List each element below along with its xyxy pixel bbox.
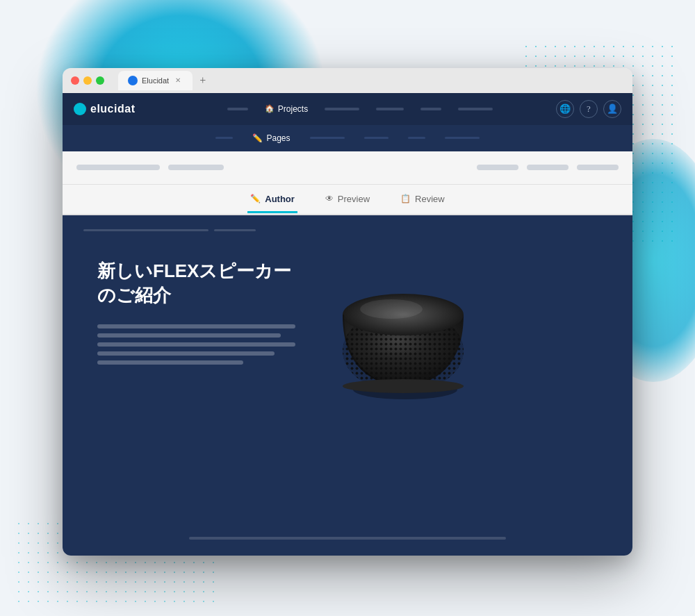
- browser-tab[interactable]: Elucidat ✕: [118, 71, 193, 90]
- toolbar-area: [63, 151, 632, 185]
- tab-author-label: Author: [265, 194, 295, 204]
- slide-image-area: [320, 259, 486, 405]
- deco-line-2: [214, 229, 256, 231]
- tab-preview[interactable]: 👁 Preview: [322, 187, 373, 213]
- slide-text: 新しいFLEXスピーカーのご紹介: [97, 259, 306, 365]
- tab-bar: Elucidat ✕ +: [118, 71, 624, 90]
- app-header: elucidat 🏠 Projects 🌐 ? 👤: [63, 93, 632, 125]
- body-line-1: [97, 324, 295, 328]
- speaker-highlight: [360, 299, 423, 319]
- nav-placeholder-1: [227, 108, 248, 110]
- content-lines-top: [63, 215, 632, 238]
- tab-favicon: [128, 76, 138, 85]
- body-line-3: [97, 342, 295, 347]
- nav-placeholder-3: [376, 108, 404, 110]
- tab-review[interactable]: 📋 Review: [398, 187, 448, 213]
- nav-projects-label: Projects: [278, 104, 308, 114]
- logo-text[interactable]: elucidat: [90, 103, 135, 115]
- projects-icon: 🏠: [265, 104, 275, 113]
- minimize-button[interactable]: [83, 76, 92, 85]
- sub-nav-item-pages[interactable]: ✏️ Pages: [252, 133, 290, 143]
- globe-icon: 🌐: [559, 103, 571, 115]
- bottom-bar: [63, 521, 632, 556]
- browser-window: Elucidat ✕ + elucidat 🏠 Projects 🌐: [63, 68, 632, 556]
- sub-header: ✏️ Pages: [63, 125, 632, 151]
- bottom-line: [189, 537, 506, 540]
- body-line-5: [97, 360, 243, 365]
- review-icon: 📋: [400, 194, 411, 203]
- tab-author[interactable]: ✏️ Author: [247, 187, 297, 213]
- sub-nav-ph-4: [408, 137, 425, 139]
- sub-nav-ph-2: [310, 137, 345, 139]
- pages-icon: ✏️: [252, 133, 263, 143]
- maximize-button[interactable]: [96, 76, 104, 85]
- body-line-4: [97, 351, 275, 356]
- nav-placeholder-5: [458, 108, 493, 110]
- help-button[interactable]: ?: [580, 100, 598, 118]
- nav-placeholder-4: [420, 108, 441, 110]
- preview-icon: 👁: [325, 194, 334, 203]
- sub-nav-ph-5: [445, 137, 480, 139]
- toolbar-right: [477, 165, 619, 170]
- slide-title: 新しいFLEXスピーカーのご紹介: [97, 259, 306, 308]
- main-nav: 🏠 Projects: [164, 104, 556, 114]
- toolbar-right-ph-1: [477, 165, 518, 170]
- tab-preview-label: Preview: [338, 194, 370, 204]
- close-button[interactable]: [71, 76, 79, 85]
- slide-content: 新しいFLEXスピーカーのご紹介: [63, 238, 632, 419]
- sub-nav-pages-label: Pages: [266, 133, 290, 143]
- traffic-lights: [71, 76, 104, 85]
- author-icon: ✏️: [250, 194, 261, 203]
- user-button[interactable]: 👤: [603, 100, 621, 118]
- deco-line-1: [83, 229, 208, 231]
- header-actions: 🌐 ? 👤: [556, 100, 621, 118]
- speaker-svg: [330, 259, 476, 405]
- user-icon: 👤: [607, 103, 618, 115]
- nav-placeholder-2: [325, 108, 359, 110]
- help-icon: ?: [587, 103, 591, 115]
- browser-chrome: Elucidat ✕ +: [63, 68, 632, 93]
- toolbar-ph-1: [76, 165, 160, 170]
- slide-body-lines: [97, 324, 306, 365]
- body-line-2: [97, 333, 281, 338]
- content-tabs: ✏️ Author 👁 Preview 📋 Review: [63, 185, 632, 215]
- speaker-bottom-sheen: [343, 379, 464, 393]
- globe-button[interactable]: 🌐: [556, 100, 574, 118]
- content-area: 新しいFLEXスピーカーのご紹介: [63, 215, 632, 521]
- sub-nav-ph-1: [215, 137, 233, 139]
- new-tab-button[interactable]: +: [195, 74, 210, 87]
- tab-review-label: Review: [415, 194, 445, 204]
- logo-dot: [74, 103, 86, 115]
- toolbar-right-ph-2: [527, 165, 569, 170]
- logo-area: elucidat: [74, 103, 164, 115]
- toolbar-right-ph-3: [577, 165, 619, 170]
- toolbar-ph-2: [168, 165, 224, 170]
- tab-close-icon[interactable]: ✕: [173, 76, 183, 85]
- sub-nav-ph-3: [364, 137, 389, 139]
- nav-item-projects[interactable]: 🏠 Projects: [265, 104, 308, 114]
- tab-title: Elucidat: [142, 76, 169, 85]
